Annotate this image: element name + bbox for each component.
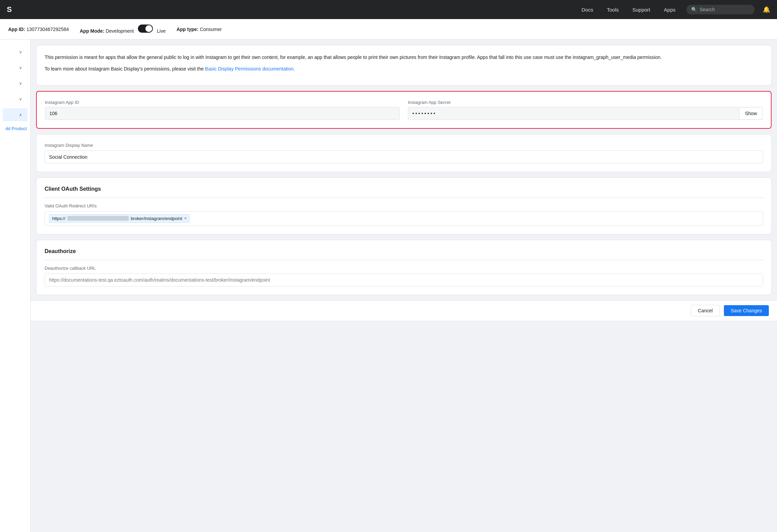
chevron-down-icon: ∨ xyxy=(19,97,22,101)
credentials-fields-row: Instagram App ID Instagram App Secret Sh… xyxy=(45,100,763,120)
chevron-up-icon: ∧ xyxy=(19,112,22,117)
search-icon: 🔍 xyxy=(691,7,697,12)
app-secret-input[interactable] xyxy=(408,107,739,120)
search-input[interactable] xyxy=(700,7,750,12)
sidebar-item-5[interactable]: ∧ xyxy=(3,108,28,121)
display-name-input[interactable] xyxy=(45,151,763,163)
app-type-section: App type: Consumer xyxy=(176,27,222,32)
app-id-number: 1307730467292584 xyxy=(27,27,69,32)
app-type-label: App type: xyxy=(176,27,199,32)
search-bar: 🔍 xyxy=(686,5,755,14)
chevron-down-icon: ∨ xyxy=(19,65,22,70)
deauth-callback-label: Deauthorize callback URL xyxy=(45,266,763,271)
uri-blur-1 xyxy=(67,216,129,221)
app-id-field-label: Instagram App ID xyxy=(45,100,400,105)
deauthorize-card: Deauthorize Deauthorize callback URL xyxy=(36,240,772,295)
sidebar-item-3[interactable]: ∨ xyxy=(3,77,28,90)
app-id-field-input xyxy=(45,107,400,120)
description-text-1: This permission is meant for apps that a… xyxy=(45,53,763,61)
app-secret-field-label: Instagram App Secret xyxy=(408,100,763,105)
divider-2 xyxy=(45,260,763,260)
oauth-uri-field[interactable]: https:// broker/instagram/endpoint × xyxy=(45,211,763,226)
uri-tag: https:// broker/instagram/endpoint × xyxy=(49,214,190,223)
show-secret-button[interactable]: Show xyxy=(739,108,762,119)
oauth-settings-card: Client OAuth Settings Valid OAuth Redire… xyxy=(36,177,772,234)
nav-support[interactable]: Support xyxy=(630,5,653,14)
credentials-card: Instagram App ID Instagram App Secret Sh… xyxy=(36,91,772,129)
app-type-value-text: Consumer xyxy=(200,27,222,32)
toggle-switch[interactable] xyxy=(138,25,153,33)
cancel-button[interactable]: Cancel xyxy=(691,305,720,316)
chevron-down-icon: ∨ xyxy=(19,50,22,54)
app-id-section: App ID: 1307730467292584 xyxy=(8,27,69,32)
divider xyxy=(45,198,763,198)
uri-remove-icon[interactable]: × xyxy=(184,216,187,221)
nav-apps[interactable]: Apps xyxy=(661,5,678,14)
bottom-action-bar: Cancel Save Changes xyxy=(31,300,777,320)
app-id-input[interactable] xyxy=(45,107,399,120)
uri-suffix: broker/instagram/endpoint xyxy=(131,216,182,221)
app-mode-label: App Mode: xyxy=(80,28,104,34)
display-name-label: Instagram Display Name xyxy=(45,143,763,148)
sidebar-item-2[interactable]: ∨ xyxy=(3,61,28,74)
notification-bell-icon[interactable]: 🔔 xyxy=(763,6,770,13)
main-content: This permission is meant for apps that a… xyxy=(31,40,777,532)
uri-prefix: https:// xyxy=(52,216,65,221)
basic-display-permissions-link[interactable]: Basic Display Permissions documentation xyxy=(205,66,294,72)
deauthorize-section-title: Deauthorize xyxy=(45,248,763,254)
description-text-2: To learn more about Instagram Basic Disp… xyxy=(45,65,763,73)
redirect-uri-label: Valid OAuth Redirect URIs xyxy=(45,203,763,208)
app-mode-dev-value: Development xyxy=(106,28,134,34)
chevron-down-icon: ∨ xyxy=(19,81,22,86)
app-mode-live-value: Live xyxy=(157,28,166,34)
nav-docs[interactable]: Docs xyxy=(579,5,596,14)
logo: S xyxy=(7,5,12,14)
app-secret-field-input: Show xyxy=(408,107,763,120)
app-mode-section: App Mode: Development Live xyxy=(80,25,165,34)
sidebar-item-1[interactable]: ∨ xyxy=(3,46,28,59)
top-navigation: S Docs Tools Support Apps 🔍 🔔 xyxy=(0,0,777,19)
description-card: This permission is meant for apps that a… xyxy=(36,45,772,85)
mode-toggle[interactable] xyxy=(138,25,153,33)
app-id-label: App ID: xyxy=(8,27,25,32)
display-name-card: Instagram Display Name xyxy=(36,134,772,172)
oauth-section-title: Client OAuth Settings xyxy=(45,186,763,192)
deauth-callback-input[interactable] xyxy=(45,273,763,286)
nav-tools[interactable]: Tools xyxy=(604,5,621,14)
app-info-bar: App ID: 1307730467292584 App Mode: Devel… xyxy=(0,19,777,40)
app-id-field-group: Instagram App ID xyxy=(45,100,400,120)
description-period: . xyxy=(294,66,295,72)
app-secret-field-group: Instagram App Secret Show xyxy=(408,100,763,120)
sidebar: ∨ ∨ ∨ ∨ ∧ dd Product xyxy=(0,40,31,532)
sidebar-item-4[interactable]: ∨ xyxy=(3,93,28,106)
save-button[interactable]: Save Changes xyxy=(724,305,769,316)
description-prefix: To learn more about Instagram Basic Disp… xyxy=(45,66,205,72)
page-layout: ∨ ∨ ∨ ∨ ∧ dd Product This permission is … xyxy=(0,40,777,532)
add-product-link[interactable]: dd Product xyxy=(0,123,30,134)
